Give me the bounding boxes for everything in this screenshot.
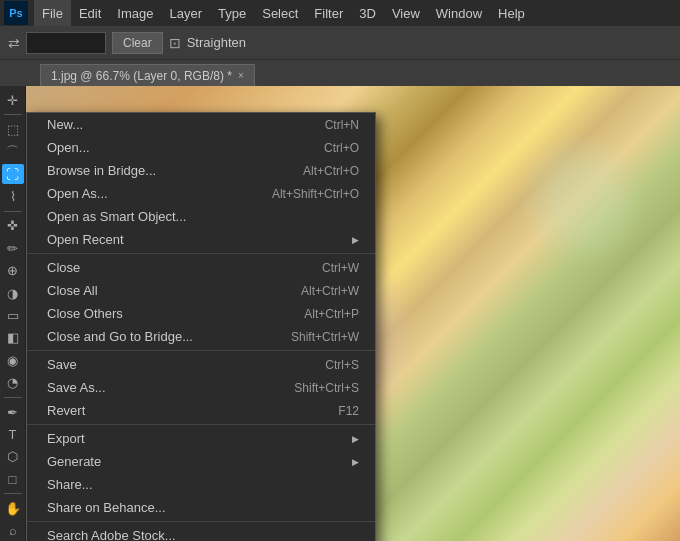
tool-selection[interactable]: ⬚ — [2, 119, 24, 139]
menu-item-save-as[interactable]: Save As... Shift+Ctrl+S — [27, 376, 375, 399]
options-bar: ⇄ Clear ⊡ Straighten — [0, 26, 680, 60]
menu-item-close-bridge-label: Close and Go to Bridge... — [47, 329, 193, 344]
menu-item-save-shortcut: Ctrl+S — [325, 358, 359, 372]
menu-filter[interactable]: Filter — [306, 0, 351, 26]
menu-item-smart-object-label: Open as Smart Object... — [47, 209, 186, 224]
tool-zoom[interactable]: ⌕ — [2, 521, 24, 541]
menu-item-open-as-label: Open As... — [47, 186, 108, 201]
tool-brush[interactable]: ✏ — [2, 238, 24, 258]
menu-item-save-label: Save — [47, 357, 77, 372]
menu-item-close-others-shortcut: Alt+Ctrl+P — [304, 307, 359, 321]
menu-item-new-label: New... — [47, 117, 83, 132]
menu-item-open-recent[interactable]: Open Recent — [27, 228, 375, 251]
menu-item-share-label: Share... — [47, 477, 93, 492]
tool-history[interactable]: ◑ — [2, 283, 24, 303]
canvas-area[interactable]: New... Ctrl+N Open... Ctrl+O Browse in B… — [26, 86, 680, 541]
separator-4 — [27, 521, 375, 522]
tool-divider-1 — [4, 114, 22, 115]
menu-item-new-shortcut: Ctrl+N — [325, 118, 359, 132]
tool-divider-4 — [4, 493, 22, 494]
tool-hand[interactable]: ✋ — [2, 498, 24, 518]
tab-bar: 1.jpg @ 66.7% (Layer 0, RGB/8) * × — [0, 60, 680, 86]
menu-window[interactable]: Window — [428, 0, 490, 26]
menu-file[interactable]: File — [34, 0, 71, 26]
menu-view[interactable]: View — [384, 0, 428, 26]
tool-path[interactable]: ⬡ — [2, 447, 24, 467]
menu-item-save[interactable]: Save Ctrl+S — [27, 353, 375, 376]
straighten-label: Straighten — [187, 35, 246, 50]
menu-item-smart-object[interactable]: Open as Smart Object... — [27, 205, 375, 228]
separator-2 — [27, 350, 375, 351]
crop-icon: ⊡ — [169, 35, 181, 51]
menu-item-open[interactable]: Open... Ctrl+O — [27, 136, 375, 159]
separator-1 — [27, 253, 375, 254]
menu-item-close-label: Close — [47, 260, 80, 275]
menu-item-browse-shortcut: Alt+Ctrl+O — [303, 164, 359, 178]
menu-item-export-label: Export — [47, 431, 85, 446]
menu-item-close-bridge-shortcut: Shift+Ctrl+W — [291, 330, 359, 344]
menu-type[interactable]: Type — [210, 0, 254, 26]
menu-image[interactable]: Image — [109, 0, 161, 26]
tool-move[interactable]: ✛ — [2, 90, 24, 110]
menu-item-open-shortcut: Ctrl+O — [324, 141, 359, 155]
menu-item-share-behance[interactable]: Share on Behance... — [27, 496, 375, 519]
menu-item-close-all-label: Close All — [47, 283, 98, 298]
tool-gradient[interactable]: ◧ — [2, 328, 24, 348]
tool-pen[interactable]: ✒ — [2, 402, 24, 422]
tool-clone[interactable]: ⊕ — [2, 261, 24, 281]
menu-item-open-label: Open... — [47, 140, 90, 155]
menu-select[interactable]: Select — [254, 0, 306, 26]
tool-lasso[interactable]: ⌒ — [2, 142, 24, 162]
menu-item-revert-shortcut: F12 — [338, 404, 359, 418]
straighten-icon: ⇄ — [8, 35, 20, 51]
menu-item-close-all[interactable]: Close All Alt+Ctrl+W — [27, 279, 375, 302]
menu-bar: Ps File Edit Image Layer Type Select Fil… — [0, 0, 680, 26]
file-dropdown-menu: New... Ctrl+N Open... Ctrl+O Browse in B… — [26, 112, 376, 541]
tool-shape[interactable]: □ — [2, 469, 24, 489]
separator-3 — [27, 424, 375, 425]
tab-close-button[interactable]: × — [238, 70, 244, 81]
menu-item-share[interactable]: Share... — [27, 473, 375, 496]
tool-eraser[interactable]: ▭ — [2, 305, 24, 325]
menu-help[interactable]: Help — [490, 0, 533, 26]
tool-eyedropper[interactable]: ⌇ — [2, 186, 24, 206]
main-area: ✛ ⬚ ⌒ ⛶ ⌇ ✜ ✏ ⊕ ◑ ▭ ◧ ◉ ◔ ✒ T ⬡ □ ✋ ⌕ Ne… — [0, 86, 680, 541]
menu-item-save-as-shortcut: Shift+Ctrl+S — [294, 381, 359, 395]
menu-item-close-shortcut: Ctrl+W — [322, 261, 359, 275]
menu-edit[interactable]: Edit — [71, 0, 109, 26]
menu-item-export[interactable]: Export — [27, 427, 375, 450]
menu-item-search-stock[interactable]: Search Adobe Stock... — [27, 524, 375, 541]
menu-item-close-all-shortcut: Alt+Ctrl+W — [301, 284, 359, 298]
menu-item-close-others[interactable]: Close Others Alt+Ctrl+P — [27, 302, 375, 325]
menu-layer[interactable]: Layer — [162, 0, 211, 26]
ps-logo: Ps — [4, 1, 28, 25]
menu-item-close-others-label: Close Others — [47, 306, 123, 321]
tab-label: 1.jpg @ 66.7% (Layer 0, RGB/8) * — [51, 69, 232, 83]
menu-item-close[interactable]: Close Ctrl+W — [27, 256, 375, 279]
angle-input[interactable] — [26, 32, 106, 54]
menu-3d[interactable]: 3D — [351, 0, 384, 26]
menu-item-save-as-label: Save As... — [47, 380, 106, 395]
tool-type[interactable]: T — [2, 424, 24, 444]
menu-item-revert-label: Revert — [47, 403, 85, 418]
left-toolbar: ✛ ⬚ ⌒ ⛶ ⌇ ✜ ✏ ⊕ ◑ ▭ ◧ ◉ ◔ ✒ T ⬡ □ ✋ ⌕ — [0, 86, 26, 541]
menu-item-close-bridge[interactable]: Close and Go to Bridge... Shift+Ctrl+W — [27, 325, 375, 348]
tool-divider-2 — [4, 211, 22, 212]
menu-item-browse[interactable]: Browse in Bridge... Alt+Ctrl+O — [27, 159, 375, 182]
menu-item-revert[interactable]: Revert F12 — [27, 399, 375, 422]
tool-divider-3 — [4, 397, 22, 398]
menu-item-share-behance-label: Share on Behance... — [47, 500, 166, 515]
menu-item-search-stock-label: Search Adobe Stock... — [47, 528, 176, 541]
menu-item-open-as[interactable]: Open As... Alt+Shift+Ctrl+O — [27, 182, 375, 205]
menu-item-generate-label: Generate — [47, 454, 101, 469]
menu-item-generate[interactable]: Generate — [27, 450, 375, 473]
menu-item-browse-label: Browse in Bridge... — [47, 163, 156, 178]
tool-blur[interactable]: ◉ — [2, 350, 24, 370]
tool-dodge[interactable]: ◔ — [2, 373, 24, 393]
tool-crop[interactable]: ⛶ — [2, 164, 24, 184]
tool-healing[interactable]: ✜ — [2, 216, 24, 236]
clear-button[interactable]: Clear — [112, 32, 163, 54]
document-tab[interactable]: 1.jpg @ 66.7% (Layer 0, RGB/8) * × — [40, 64, 255, 86]
menu-item-new[interactable]: New... Ctrl+N — [27, 113, 375, 136]
menu-item-open-recent-label: Open Recent — [47, 232, 124, 247]
